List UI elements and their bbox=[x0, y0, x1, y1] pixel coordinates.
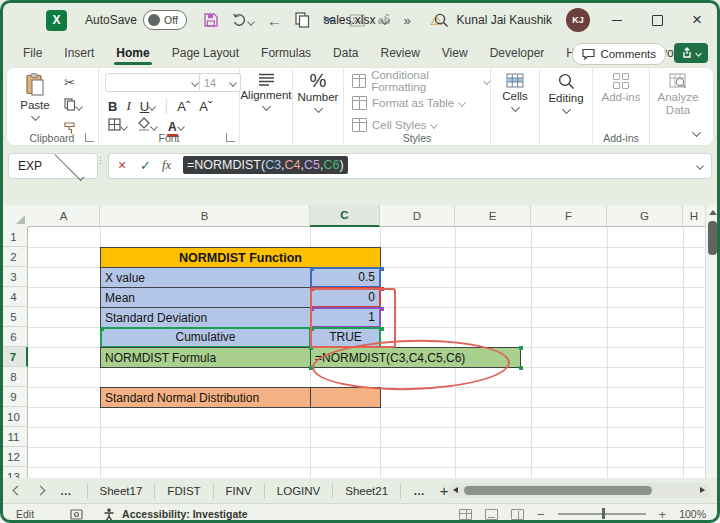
zoom-slider-thumb[interactable] bbox=[602, 508, 605, 519]
sheet-tab-fdist[interactable]: FDIST bbox=[155, 483, 213, 499]
column-header-B[interactable]: B bbox=[100, 205, 310, 227]
share-button[interactable] bbox=[674, 43, 708, 63]
styles-item-conditional-formatting[interactable]: Conditional Formatting bbox=[352, 72, 490, 89]
horizontal-scroll-thumb[interactable] bbox=[464, 486, 652, 495]
formula-text[interactable]: =NORMDIST(C3,C4,C5,C6) bbox=[183, 156, 348, 174]
maximize-button[interactable] bbox=[644, 7, 670, 33]
cell-B5[interactable]: Standard Deviation bbox=[100, 307, 311, 328]
more-sheets-right-icon[interactable]: … bbox=[413, 485, 426, 497]
column-header-F[interactable]: F bbox=[531, 205, 607, 227]
vertical-scrollbar[interactable] bbox=[705, 205, 720, 478]
ribbon-tab-review[interactable]: Review bbox=[369, 40, 430, 66]
ribbon-tab-data[interactable]: Data bbox=[322, 40, 369, 66]
sheet-tab-sheet21[interactable]: Sheet21 bbox=[333, 483, 401, 499]
scroll-right-icon[interactable] bbox=[700, 487, 705, 493]
back-arrow-icon[interactable]: ← bbox=[267, 12, 282, 29]
page-break-view-icon[interactable] bbox=[511, 509, 524, 520]
accessibility-status[interactable]: Accessibility: Investigate bbox=[122, 508, 247, 520]
font-dialog-launcher-icon[interactable] bbox=[226, 133, 235, 142]
bold-button[interactable]: B bbox=[108, 99, 117, 114]
cell-C6[interactable]: TRUE bbox=[310, 327, 381, 348]
previous-sheet-icon[interactable] bbox=[13, 486, 23, 496]
clipboard-dialog-launcher-icon[interactable] bbox=[85, 133, 94, 142]
cell-C9[interactable] bbox=[310, 387, 381, 408]
page-layout-view-icon[interactable] bbox=[485, 509, 498, 520]
row-header-2[interactable]: 2 bbox=[0, 247, 28, 267]
column-header-G[interactable]: G bbox=[607, 205, 683, 227]
decrease-font-icon[interactable]: Aˇ bbox=[199, 99, 212, 114]
avatar[interactable]: KJ bbox=[566, 8, 590, 32]
font-name-select[interactable] bbox=[105, 73, 203, 92]
document-title[interactable]: sales.xlsx bbox=[323, 0, 388, 40]
row-header-5[interactable]: 5 bbox=[0, 307, 28, 327]
undo-button[interactable] bbox=[232, 12, 254, 29]
zoom-out-icon[interactable]: − bbox=[537, 507, 545, 522]
cell-B3[interactable]: X value bbox=[100, 267, 311, 288]
ribbon-tab-developer[interactable]: Developer bbox=[479, 40, 556, 66]
row-header-1[interactable]: 1 bbox=[0, 227, 28, 247]
editing-button[interactable]: Editing bbox=[540, 73, 592, 113]
cell-C4[interactable]: 0 bbox=[310, 287, 381, 308]
enter-icon[interactable]: ✓ bbox=[140, 158, 151, 173]
copy-button[interactable] bbox=[64, 97, 82, 115]
expand-formula-bar-icon[interactable] bbox=[696, 162, 704, 170]
row-header-6[interactable]: 6 bbox=[0, 327, 28, 347]
ribbon-tab-page-layout[interactable]: Page Layout bbox=[161, 40, 250, 66]
zoom-slider[interactable] bbox=[558, 513, 646, 515]
cancel-icon[interactable]: × bbox=[118, 157, 126, 173]
styles-item-format-as-table[interactable]: Format as Table bbox=[352, 94, 490, 111]
copy-icon[interactable] bbox=[295, 12, 310, 28]
normal-view-icon[interactable] bbox=[459, 509, 472, 520]
analyze-data-button[interactable]: Analyze Data bbox=[650, 73, 706, 117]
cell-B7[interactable]: NORMDIST Formula bbox=[100, 347, 311, 368]
italic-button[interactable]: I bbox=[126, 98, 130, 114]
cut-button[interactable]: ✂ bbox=[64, 75, 75, 90]
scroll-up-icon[interactable] bbox=[709, 210, 717, 215]
select-all-corner[interactable] bbox=[0, 205, 29, 228]
formula-bar-handle[interactable]: … bbox=[98, 156, 108, 166]
alignment-button[interactable]: Alignment bbox=[240, 73, 292, 110]
name-box[interactable]: EXP bbox=[8, 153, 98, 179]
ribbon-tab-home[interactable]: Home bbox=[105, 40, 160, 66]
ribbon-tab-view[interactable]: View bbox=[431, 40, 479, 66]
ribbon-tab-insert[interactable]: Insert bbox=[53, 40, 105, 66]
paste-button[interactable]: Paste bbox=[12, 73, 58, 120]
sheet-tab-loginv[interactable]: LOGINV bbox=[265, 483, 333, 499]
addins-button[interactable]: Add-ins bbox=[593, 73, 649, 103]
column-header-E[interactable]: E bbox=[455, 205, 531, 227]
row-header-4[interactable]: 4 bbox=[0, 287, 28, 307]
ribbon-tab-file[interactable]: File bbox=[12, 40, 53, 66]
cell-C5[interactable]: 1 bbox=[310, 307, 381, 328]
toolbar-overflow-icon[interactable]: » bbox=[403, 13, 410, 28]
zoom-in-icon[interactable]: + bbox=[659, 507, 667, 522]
macro-record-icon[interactable] bbox=[70, 509, 83, 520]
underline-button[interactable]: U bbox=[140, 97, 155, 115]
row-header-12[interactable]: 12 bbox=[0, 447, 28, 467]
row-header-9[interactable]: 9 bbox=[0, 387, 28, 407]
autosave-control[interactable]: AutoSave Off bbox=[85, 10, 187, 30]
increase-font-icon[interactable]: Aˆ bbox=[177, 99, 190, 114]
minimize-button[interactable] bbox=[604, 7, 630, 33]
sheet-tab-sheet17[interactable]: Sheet17 bbox=[87, 483, 156, 499]
sheet-tab-finv[interactable]: FINV bbox=[214, 483, 265, 499]
row-header-10[interactable]: 10 bbox=[0, 407, 28, 427]
cell-B4[interactable]: Mean bbox=[100, 287, 311, 308]
cells-button[interactable]: Cells bbox=[491, 73, 539, 111]
formula-field[interactable]: × ✓ fx =NORMDIST(C3,C4,C5,C6) bbox=[108, 153, 712, 179]
vertical-scroll-thumb[interactable] bbox=[708, 221, 717, 255]
zoom-level[interactable]: 100% bbox=[679, 508, 706, 520]
user-name[interactable]: Kunal Jai Kaushik bbox=[457, 13, 552, 27]
column-header-A[interactable]: A bbox=[28, 205, 100, 227]
row-header-13[interactable]: 13 bbox=[0, 467, 28, 478]
scroll-left-icon[interactable] bbox=[453, 487, 458, 493]
column-header-H[interactable]: H bbox=[683, 205, 706, 227]
ribbon-tab-formulas[interactable]: Formulas bbox=[250, 40, 322, 66]
comments-button[interactable]: Comments bbox=[572, 43, 666, 65]
cell-C3[interactable]: 0.5 bbox=[310, 267, 381, 288]
horizontal-scrollbar[interactable] bbox=[448, 483, 710, 498]
next-sheet-icon[interactable] bbox=[36, 486, 46, 496]
save-icon[interactable] bbox=[203, 12, 219, 28]
autosave-toggle[interactable]: Off bbox=[143, 10, 187, 30]
cell-C7[interactable]: =NORMDIST(C3,C4,C5,C6) bbox=[310, 347, 521, 368]
number-button[interactable]: % Number bbox=[293, 73, 343, 112]
